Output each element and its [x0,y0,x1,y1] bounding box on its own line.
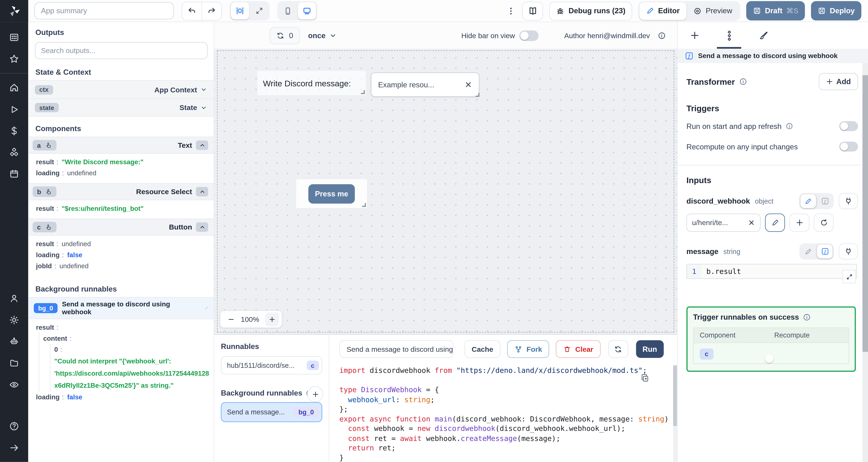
chevron-icon[interactable] [204,305,209,311]
chevron-down-icon[interactable] [200,86,207,93]
sidebar-item-variables[interactable] [0,120,28,141]
clear-select-icon[interactable] [465,81,472,89]
undo-button[interactable] [182,2,201,20]
canvas-button-component[interactable]: Press me [296,179,367,208]
component-header-b[interactable]: b Resource Select [28,183,214,200]
app-summary-input[interactable] [34,2,174,19]
press-me-button[interactable]: Press me [308,184,355,203]
runnable-item-hub[interactable]: hub/1511/discord/se... c [221,356,322,374]
resize-handle[interactable] [362,203,366,207]
clear-resource-icon[interactable] [748,219,755,226]
refresh-resource-button[interactable] [814,213,834,232]
deploy-button[interactable]: Deploy [811,1,861,21]
eval-mode-button[interactable]: f [817,194,833,208]
static-mode-button[interactable] [801,244,816,258]
collapse-button[interactable] [196,187,208,196]
recompute-toggle[interactable] [839,141,858,152]
mobile-view-button[interactable] [278,2,297,19]
sidebar-item-apps[interactable] [0,27,28,48]
sidebar-item-users[interactable] [0,288,28,309]
tab-insert-component[interactable] [678,22,712,48]
tab-editor[interactable]: Editor [639,2,686,20]
message-expression-editor[interactable]: 1 b.result [686,264,857,279]
info-icon[interactable] [658,31,666,39]
success-title: Trigger runnables on success [693,313,799,321]
redo-button[interactable] [202,2,221,20]
runnable-name-button[interactable]: Send a message to discord using [339,340,454,358]
static-mode-button[interactable] [801,194,816,208]
component-header-c[interactable]: c Button [28,219,214,235]
tab-styling[interactable] [746,22,781,48]
desktop-icon [302,6,312,15]
sidebar-item-workers[interactable] [0,331,28,352]
sidebar-item-audit-logs[interactable] [0,374,28,395]
info-icon[interactable] [803,313,811,321]
add-background-runnable-button[interactable] [307,386,323,402]
zoom-in-button[interactable] [265,312,279,326]
sidebar-item-favorites[interactable] [0,48,28,70]
docs-button[interactable] [522,1,543,20]
refresh-count-button[interactable]: 0 [270,27,300,44]
info-icon[interactable] [785,122,793,130]
copy-code-icon[interactable] [641,373,649,382]
hide-bar-toggle[interactable] [519,30,539,40]
resource-value-field[interactable]: u/henri/te... [686,213,761,232]
clear-button[interactable]: Clear [556,340,600,358]
runnable-item-bg0[interactable]: Send a message... bg_0 [221,402,322,422]
background-runnables-header: Background runnables [221,389,322,397]
collapse-button[interactable] [196,140,208,150]
sidebar-item-help[interactable] [0,416,28,437]
search-outputs-input[interactable] [35,42,208,59]
canvas-text-component[interactable]: Write Discord message: [257,71,366,95]
collapse-button[interactable] [196,223,208,232]
sidebar-item-resources[interactable] [0,141,28,163]
expand-editor-button[interactable] [842,270,856,283]
eval-mode-button[interactable]: f [817,244,833,258]
sidebar-item-folders[interactable] [0,352,28,374]
save-icon [753,7,761,15]
component-header-a[interactable]: a Text [28,137,214,154]
canvas-resource-select-component[interactable]: Example resou... [371,72,479,97]
sidebar-item-schedules[interactable] [0,163,28,185]
debug-runs-button[interactable]: Debug runs (23) [549,1,632,20]
add-transformer-button[interactable]: Add [818,73,858,90]
ctx-row[interactable]: ctx App Context [28,80,214,98]
align-center-button[interactable] [231,2,249,19]
edit-resource-button[interactable] [765,213,785,232]
cache-button[interactable]: Cache [465,340,500,358]
inspector-scrollbar[interactable] [862,63,868,462]
reload-code-button[interactable] [608,340,628,358]
info-icon[interactable] [739,77,747,86]
tab-component-settings[interactable] [712,22,746,48]
desktop-view-button[interactable] [298,2,316,19]
canvas-zoom-control: 100% [220,310,282,328]
app-canvas[interactable]: Write Discord message: Example resou... … [214,48,677,334]
output-value: undefined [67,169,96,177]
run-mode-dropdown[interactable]: once [308,31,337,39]
code-editor[interactable]: import discordwebhook from "https://deno… [329,365,677,462]
resize-handle[interactable] [361,90,365,94]
fullscreen-button[interactable] [250,2,269,19]
zoom-out-button[interactable] [227,316,235,323]
create-resource-button[interactable] [789,213,809,232]
sidebar-item-home[interactable] [0,77,28,98]
fork-button[interactable]: Fork [507,340,549,358]
state-row[interactable]: state State [28,98,214,117]
bg0-header[interactable]: bg_0 Send a message to discord using web… [28,297,214,319]
inspector-header-title: Send a message to discord using webhook [698,52,838,60]
trigger-runnables-on-success-section: Trigger runnables on success Component R… [686,306,856,372]
code-scrollbar[interactable] [673,365,677,462]
sidebar-item-runs[interactable] [0,98,28,120]
draft-button[interactable]: Draft ⌘S [746,1,805,21]
sidebar-item-settings[interactable] [0,309,28,331]
sidebar-expand-button[interactable] [0,437,28,459]
resize-handle[interactable] [475,93,479,97]
windmill-logo[interactable] [0,0,28,22]
connect-input-button[interactable] [839,243,858,259]
chevron-down-icon[interactable] [200,104,207,111]
run-button[interactable]: Run [636,340,664,358]
tab-preview[interactable]: Preview [686,2,739,20]
connect-input-button[interactable] [839,193,858,209]
more-menu-button[interactable] [506,2,516,20]
run-on-start-toggle[interactable] [839,121,858,131]
